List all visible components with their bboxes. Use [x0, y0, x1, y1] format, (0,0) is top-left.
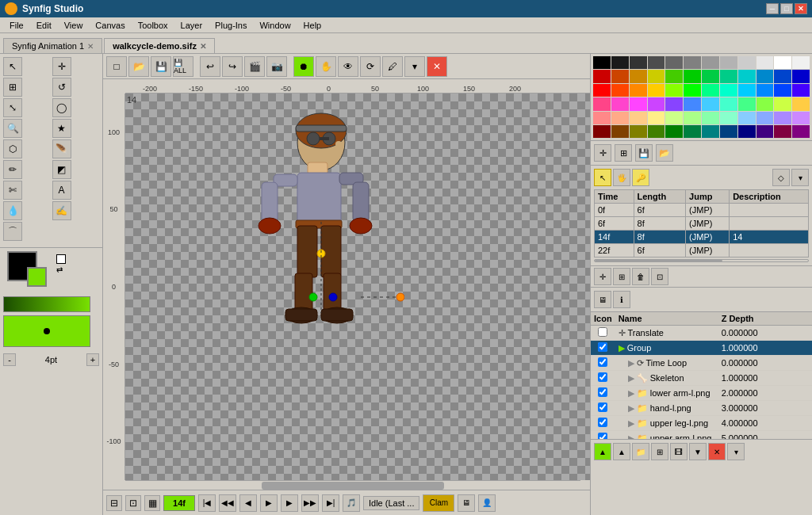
tool-fill[interactable]: ✍	[52, 201, 71, 220]
palette-color-cell[interactable]	[720, 70, 737, 82]
palette-color-cell[interactable]	[593, 125, 611, 138]
palette-color-cell[interactable]	[792, 125, 810, 138]
waypoint-row[interactable]: 6f 8f (JMP)	[595, 217, 809, 231]
palette-color-cell[interactable]	[738, 70, 756, 82]
background-color[interactable]	[27, 267, 47, 287]
brush-size-decrease[interactable]: -	[3, 353, 16, 366]
palette-color-cell[interactable]	[665, 56, 683, 69]
solid-color-swatch[interactable]	[3, 315, 90, 347]
goto-end-btn[interactable]: ▶|	[322, 494, 339, 512]
swap-colors-icon[interactable]: ⇄	[56, 265, 66, 274]
palette-add-btn[interactable]: ✛	[594, 144, 611, 162]
palette-color-cell[interactable]	[630, 84, 647, 97]
palette-color-cell[interactable]	[630, 125, 647, 138]
tool-poly[interactable]: ⬡	[3, 139, 22, 158]
layer-row[interactable]: ▶ Group 1.000000	[591, 341, 812, 356]
step-back-btn[interactable]: ◀	[239, 494, 257, 512]
palette-color-cell[interactable]	[774, 125, 791, 138]
layer-row[interactable]: ▶ 📁 upper arm-l.png 5.000000	[591, 431, 812, 440]
minimize-button[interactable]: ─	[766, 3, 779, 14]
palette-color-cell[interactable]	[792, 97, 810, 110]
palette-color-cell[interactable]	[648, 70, 665, 82]
loop-mode-btn[interactable]: ⊟	[106, 495, 122, 511]
menu-plugins[interactable]: Plug-Ins	[209, 19, 253, 32]
palette-color-cell[interactable]	[720, 84, 737, 97]
step-fwd-btn[interactable]: ▶	[281, 494, 298, 512]
layer-row[interactable]: ▶ 📁 hand-l.png 3.000000	[591, 401, 812, 416]
record2-btn[interactable]: 👤	[478, 494, 496, 512]
waypoint-copy-btn[interactable]: ⊞	[613, 268, 630, 285]
layer-checkbox[interactable]	[598, 433, 607, 439]
tool-draw[interactable]: ✏	[3, 160, 22, 179]
palette-color-cell[interactable]	[665, 125, 683, 138]
palette-color-cell[interactable]	[665, 112, 683, 124]
layer-mode-btn[interactable]: 🖥	[594, 291, 611, 308]
tab-walkcycle-close[interactable]: ✕	[200, 42, 206, 51]
palette-color-cell[interactable]	[630, 56, 647, 69]
save-btn[interactable]: 💾	[151, 56, 171, 77]
palette-color-cell[interactable]	[774, 97, 791, 110]
canvas-viewport[interactable]: -200 -150 -100 -50 0 50 100 150 200 100 …	[103, 79, 590, 490]
tool-erase[interactable]: ◩	[52, 160, 71, 179]
palette-color-cell[interactable]	[611, 84, 629, 97]
layer-row[interactable]: ▶ ⟳ Time Loop 0.000000	[591, 356, 812, 371]
render-btn[interactable]: 🎬	[244, 56, 265, 77]
next-keyframe-btn[interactable]: ▶▶	[301, 494, 319, 512]
layer-checkbox[interactable]	[598, 402, 607, 412]
palette-color-cell[interactable]	[684, 97, 701, 110]
stop-btn[interactable]: ✕	[427, 56, 447, 77]
palette-color-cell[interactable]	[630, 70, 647, 82]
mode-btn-cursor[interactable]: ↖	[594, 169, 611, 186]
palette-color-cell[interactable]	[665, 97, 683, 110]
palette-color-cell[interactable]	[792, 84, 810, 97]
waypoint-panel-btn[interactable]: ◇	[772, 169, 790, 186]
menu-layer[interactable]: Layer	[174, 19, 209, 32]
tool-move[interactable]: ✛	[52, 57, 71, 76]
layout-btn[interactable]: ▦	[144, 495, 160, 511]
brush-size-increase[interactable]: +	[86, 353, 99, 366]
palette-color-cell[interactable]	[756, 97, 774, 110]
palette-color-cell[interactable]	[630, 97, 647, 110]
palette-color-cell[interactable]	[756, 125, 774, 138]
layer-group-btn[interactable]: 📁	[632, 443, 649, 460]
palette-color-cell[interactable]	[756, 112, 774, 124]
palette-color-cell[interactable]	[774, 84, 791, 97]
pen-btn[interactable]: 🖊	[382, 56, 403, 77]
record-btn[interactable]: ⏺	[293, 56, 314, 77]
tool-copy[interactable]: ⊞	[3, 78, 22, 97]
palette-color-cell[interactable]	[756, 84, 774, 97]
waypoint-row[interactable]: 22f 6f (JMP)	[595, 244, 809, 258]
layer-delete-btn[interactable]: ✕	[708, 443, 726, 460]
palette-color-cell[interactable]	[593, 70, 611, 82]
menu-edit[interactable]: Edit	[30, 19, 58, 32]
preview-btn[interactable]: 📷	[266, 56, 287, 77]
canvas-hscrollbar[interactable]	[125, 480, 580, 490]
tool-text[interactable]: A	[52, 181, 71, 200]
tool-feather[interactable]: 🪶	[52, 139, 71, 158]
palette-color-cell[interactable]	[774, 56, 791, 69]
palette-copy-btn[interactable]: ⊞	[615, 144, 632, 162]
bounce-btn[interactable]: ⊡	[125, 495, 141, 511]
palette-color-cell[interactable]	[665, 84, 683, 97]
menu-window[interactable]: Window	[253, 19, 297, 32]
tab-walkcycle[interactable]: walkcycle-demo.sifz ✕	[104, 38, 215, 53]
reset-colors-icon[interactable]	[56, 254, 66, 264]
menu-view[interactable]: View	[58, 19, 90, 32]
undo-btn[interactable]: ↩	[200, 56, 220, 77]
render-preview-btn[interactable]: 🖥	[458, 494, 475, 512]
close-button[interactable]: ✕	[795, 3, 807, 14]
palette-color-cell[interactable]	[774, 70, 791, 82]
tool-paint[interactable]: ✄	[3, 181, 22, 200]
new-layer-btn[interactable]: □	[106, 56, 127, 77]
layer-checkbox[interactable]	[598, 387, 607, 397]
waypoint-more-btn[interactable]: ▾	[791, 169, 809, 186]
layer-checkbox[interactable]	[598, 372, 607, 382]
palette-color-cell[interactable]	[702, 97, 719, 110]
loop-btn[interactable]: ⟳	[360, 56, 381, 77]
tab-animation1[interactable]: Synfig Animation 1 ✕	[3, 38, 102, 53]
canvas-hscrollbar-thumb[interactable]	[262, 482, 444, 490]
layer-checkbox[interactable]	[598, 327, 607, 337]
palette-color-cell[interactable]	[593, 97, 611, 110]
palette-color-cell[interactable]	[593, 112, 611, 124]
palette-color-cell[interactable]	[684, 125, 701, 138]
